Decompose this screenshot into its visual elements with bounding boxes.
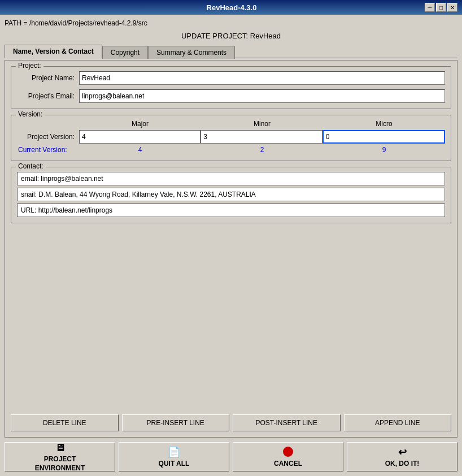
tab-copyright[interactable]: Copyright bbox=[102, 46, 148, 59]
project-name-label: Project Name: bbox=[17, 74, 79, 82]
append-line-button[interactable]: APPEND LINE bbox=[344, 414, 452, 431]
version-inputs bbox=[79, 130, 445, 144]
tab-name-version-contact[interactable]: Name, Version & Contact bbox=[5, 45, 102, 58]
contact-email-item[interactable]: email: linprogs@balean.net bbox=[17, 172, 445, 185]
bottom-buttons: 🖥 PROJECT ENVIRONMENT 📄 QUIT ALL CANCEL … bbox=[5, 440, 457, 471]
post-insert-line-button[interactable]: POST-INSERT LINE bbox=[233, 414, 341, 431]
ok-do-it-button[interactable]: ↩ OK, DO IT! bbox=[347, 442, 457, 471]
major-input[interactable] bbox=[79, 130, 201, 144]
current-version-label: Current Version: bbox=[17, 146, 79, 154]
current-micro-val: 9 bbox=[323, 146, 445, 154]
micro-col-label: Micro bbox=[323, 120, 445, 128]
project-name-input[interactable] bbox=[79, 71, 445, 85]
project-email-row: Project's Email: bbox=[17, 89, 445, 103]
project-environment-label-line2: ENVIRONMENT bbox=[35, 464, 85, 472]
current-major-val: 4 bbox=[79, 146, 201, 154]
title-bar-title: RevHead-4.3.0 bbox=[38, 3, 425, 12]
project-environment-label-line1: PROJECT bbox=[44, 455, 76, 463]
quit-all-icon: 📄 bbox=[168, 446, 180, 458]
major-col-label: Major bbox=[79, 120, 201, 128]
project-email-input[interactable] bbox=[79, 89, 445, 103]
version-group-label: Version: bbox=[16, 110, 45, 118]
path-text: PATH = /home/david/Projects/revhead-4.2.… bbox=[5, 18, 457, 28]
quit-all-button[interactable]: 📄 QUIT ALL bbox=[119, 442, 229, 471]
contact-group-label: Contact: bbox=[16, 162, 46, 170]
project-environment-button[interactable]: 🖥 PROJECT ENVIRONMENT bbox=[5, 442, 115, 471]
window-body: PATH = /home/david/Projects/revhead-4.2.… bbox=[0, 15, 462, 476]
tab-summary-comments[interactable]: Summary & Comments bbox=[148, 46, 235, 59]
project-group: Project: Project Name: Project's Email: bbox=[11, 66, 451, 109]
cancel-icon bbox=[283, 447, 293, 458]
project-version-row: Project Version: bbox=[17, 130, 445, 144]
tab-panel: Project: Project Name: Project's Email: … bbox=[5, 60, 457, 438]
minor-input[interactable] bbox=[201, 130, 322, 144]
project-email-label: Project's Email: bbox=[17, 92, 79, 100]
update-title: UPDATE PROJECT: RevHead bbox=[5, 31, 457, 42]
micro-input[interactable] bbox=[322, 130, 445, 144]
maximize-button[interactable]: □ bbox=[436, 3, 446, 12]
contact-list: email: linprogs@balean.net snail: D.M. B… bbox=[17, 172, 445, 217]
project-environment-icon: 🖥 bbox=[55, 442, 65, 454]
minor-col-label: Minor bbox=[201, 120, 323, 128]
ok-do-it-label: OK, DO IT! bbox=[385, 460, 420, 468]
pre-insert-line-button[interactable]: PRE-INSERT LINE bbox=[122, 414, 230, 431]
title-bar: RevHead-4.3.0 ─ □ ✕ bbox=[0, 0, 462, 15]
current-version-values: 4 2 9 bbox=[79, 146, 445, 154]
current-minor-val: 2 bbox=[201, 146, 323, 154]
project-group-label: Project: bbox=[16, 62, 43, 70]
cancel-label: CANCEL bbox=[274, 460, 302, 468]
contact-snail-item[interactable]: snail: D.M. Balean, 44 Wyong Road, Killa… bbox=[17, 188, 445, 201]
minimize-button[interactable]: ─ bbox=[425, 3, 435, 12]
title-bar-buttons: ─ □ ✕ bbox=[425, 3, 457, 12]
version-group: Version: Major Minor Micro Project Versi… bbox=[11, 115, 451, 161]
contact-url-item[interactable]: URL: http://balean.net/linprogs bbox=[17, 204, 445, 217]
line-buttons: DELETE LINE PRE-INSERT LINE POST-INSERT … bbox=[11, 414, 451, 431]
ok-do-it-icon: ↩ bbox=[398, 446, 407, 458]
version-header-row: Major Minor Micro bbox=[79, 120, 445, 128]
quit-all-label: QUIT ALL bbox=[159, 460, 190, 468]
current-version-row: Current Version: 4 2 9 bbox=[17, 144, 445, 155]
project-name-row: Project Name: bbox=[17, 71, 445, 85]
project-version-label: Project Version: bbox=[17, 133, 79, 141]
contact-group: Contact: email: linprogs@balean.net snai… bbox=[11, 167, 451, 223]
cancel-button[interactable]: CANCEL bbox=[233, 442, 343, 471]
close-button[interactable]: ✕ bbox=[447, 3, 457, 12]
delete-line-button[interactable]: DELETE LINE bbox=[11, 414, 119, 431]
tab-bar: Name, Version & Contact Copyright Summar… bbox=[5, 45, 457, 58]
